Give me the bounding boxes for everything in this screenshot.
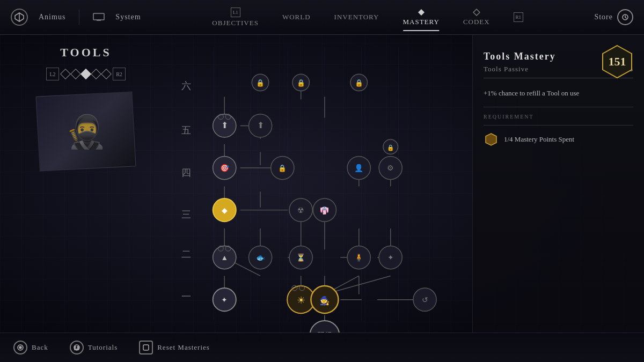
svg-rect-81 (143, 345, 149, 350)
reset-label: Reset Masteries (157, 343, 210, 352)
points-value: 151 (609, 55, 626, 69)
svg-text:🔒: 🔒 (387, 144, 394, 151)
bottom-bar: Back L3 Tutorials Reset Masteries (0, 333, 644, 362)
svg-text:👤: 👤 (354, 164, 364, 173)
svg-text:⬆: ⬆ (221, 121, 228, 130)
nav-mastery[interactable]: Mastery (391, 4, 451, 31)
svg-rect-2 (93, 13, 104, 20)
inventory-label: Inventory (334, 13, 379, 21)
svg-text:☢: ☢ (297, 206, 304, 215)
tutorials-label: Tutorials (88, 343, 118, 352)
skill-tree-svg: 六 五 四 三 二 一 (172, 35, 472, 333)
svg-text:⚙: ⚙ (387, 164, 394, 172)
left-panel: TOOLS L2 R2 🥷 (0, 35, 172, 333)
points-badge: 151 (598, 43, 636, 80)
svg-text:✦: ✦ (221, 296, 228, 304)
back-icon (13, 341, 27, 354)
svg-text:🧍: 🧍 (354, 253, 364, 262)
character-portrait: 🥷 (38, 94, 134, 169)
svg-text:👘: 👘 (320, 206, 330, 215)
requirement-text: 1/4 Mastery Points Spent (504, 135, 574, 144)
svg-text:⏳: ⏳ (296, 253, 306, 262)
requirement-separator (484, 107, 633, 107)
req-icon (484, 132, 499, 147)
skill-tab-5[interactable] (101, 69, 112, 79)
svg-text:🔒: 🔒 (256, 79, 265, 87)
tier-5-label: 五 (181, 125, 191, 136)
nav-left-section: Animus System (11, 9, 141, 26)
system-label[interactable]: System (115, 13, 141, 21)
animus-icon[interactable] (11, 9, 28, 26)
svg-text:🧙: 🧙 (319, 295, 330, 306)
svg-text:🐟: 🐟 (256, 253, 266, 262)
tier-3-label: 三 (181, 209, 191, 220)
svg-text:☀: ☀ (297, 295, 305, 306)
svg-text:L3: L3 (74, 346, 79, 351)
tier-2-label: 二 (181, 249, 191, 260)
tab-l2[interactable]: L2 (46, 68, 59, 80)
store-label: Store (594, 13, 613, 21)
mastery-nav-icon (418, 9, 425, 16)
tab-r2[interactable]: R2 (113, 68, 126, 80)
svg-point-78 (19, 346, 21, 349)
svg-text:🎯: 🎯 (220, 164, 230, 173)
objectives-label: Objectives (212, 19, 259, 27)
nav-center-section: L1 Objectives World Inventory Mastery Co… (141, 3, 595, 32)
skill-tab-3[interactable] (80, 69, 91, 79)
codex-nav-icon (473, 9, 480, 16)
right-panel: 151 Tools Mastery Tools Passive 0 / 8 +1… (472, 35, 644, 333)
skill-tree-area: 六 五 四 三 二 一 (172, 35, 472, 333)
requirement-item: 1/4 Mastery Points Spent (484, 132, 633, 147)
hexagon-container: 151 (598, 43, 636, 80)
svg-text:🔒: 🔒 (297, 79, 305, 87)
requirement-separator-2 (484, 125, 633, 125)
nav-objectives[interactable]: L1 Objectives (200, 3, 270, 32)
nav-inventory[interactable]: Inventory (323, 9, 391, 26)
reset-icon (139, 341, 153, 354)
tools-title: TOOLS (60, 46, 111, 60)
acquire-button[interactable] (310, 321, 339, 333)
mastery-description: +1% chance to refill a Tool on use (484, 88, 633, 99)
tier-4-label: 四 (181, 167, 191, 178)
tutorials-action[interactable]: L3 Tutorials (70, 341, 118, 354)
store-area[interactable]: Store (594, 9, 633, 25)
system-icon (93, 13, 105, 21)
skill-tab-2[interactable] (70, 69, 81, 79)
requirement-label: REQUIREMENT (484, 114, 633, 120)
svg-text:🔒: 🔒 (278, 164, 287, 173)
mastery-subtitle-text: Tools Passive (484, 65, 529, 73)
l1-badge: L1 (231, 8, 240, 17)
svg-text:▲: ▲ (221, 254, 228, 262)
svg-marker-76 (486, 134, 496, 145)
nav-codex[interactable]: Codex (451, 4, 502, 31)
back-action[interactable]: Back (13, 341, 48, 354)
svg-text:✦: ✦ (387, 254, 394, 262)
tier-6-label: 六 (181, 80, 191, 91)
skill-tab-4[interactable] (91, 69, 101, 79)
nav-right-section: Store (594, 9, 633, 25)
svg-text:🔒: 🔒 (355, 79, 363, 87)
req-hexagon-svg (484, 132, 499, 147)
nav-world[interactable]: World (270, 9, 323, 26)
back-label: Back (32, 343, 48, 352)
codex-label: Codex (463, 18, 490, 26)
svg-marker-5 (418, 9, 425, 16)
portrait-figure: 🥷 (66, 113, 106, 151)
svg-text:⬆: ⬆ (257, 121, 264, 130)
skill-tabs: L2 R2 (46, 68, 126, 80)
main-content: TOOLS L2 R2 🥷 (0, 35, 644, 333)
skill-tab-1[interactable] (60, 69, 71, 79)
r1-badge: R1 (514, 12, 523, 22)
nav-r1[interactable]: R1 (502, 8, 535, 26)
store-icon (617, 9, 633, 25)
svg-marker-6 (473, 9, 480, 16)
world-label: World (282, 13, 311, 21)
top-navigation: Animus System L1 Objectives World Invent… (0, 0, 644, 35)
svg-text:◆: ◆ (222, 206, 228, 215)
reset-action[interactable]: Reset Masteries (139, 341, 210, 354)
animus-label[interactable]: Animus (39, 13, 65, 21)
portrait-background: 🥷 (35, 91, 136, 171)
tutorials-icon: L3 (70, 341, 84, 354)
svg-text:↺: ↺ (422, 296, 428, 304)
mastery-label: Mastery (402, 18, 439, 26)
